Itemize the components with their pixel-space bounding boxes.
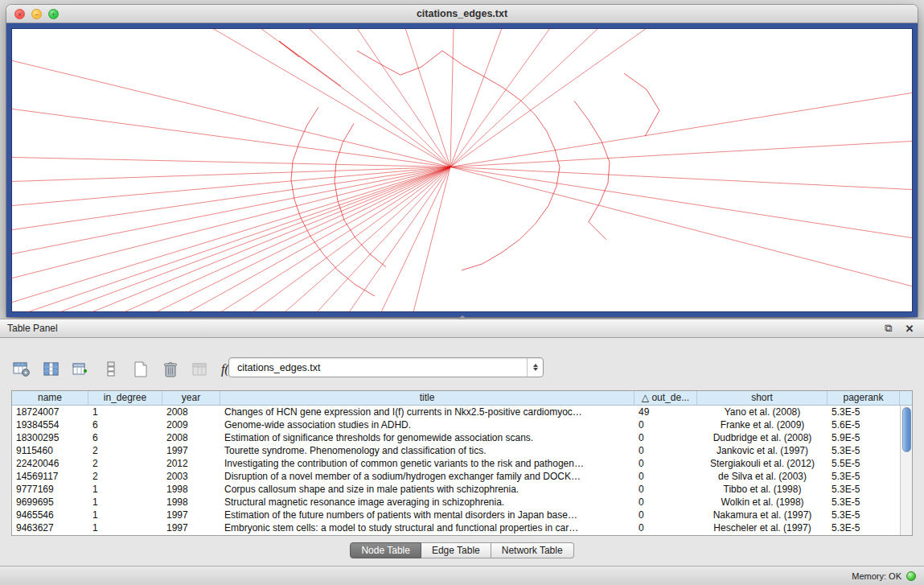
tab-network-table[interactable]: Network Table [491,542,574,558]
table-cell: 0 [634,496,697,509]
column-header[interactable]: title [220,391,634,405]
table-cell: Genome-wide association studies in ADHD. [220,418,634,431]
table-cell: 5.9E-5 [827,431,900,444]
float-panel-icon[interactable]: ⧉ [882,322,895,335]
table-cell: Wolkin et al. (1998) [697,496,827,509]
table-cell: 1997 [162,509,220,521]
panel-resize-handle[interactable] [458,315,467,319]
new-table-icon[interactable] [130,359,151,380]
close-window-icon[interactable]: × [14,9,25,19]
table-cell: Investigating the contribution of common… [220,457,634,470]
table-cell: Corpus callosum shape and size in male p… [220,483,634,496]
window-controls: × − + [14,9,59,19]
table-row[interactable]: 2242004622012Investigating the contribut… [12,457,900,470]
table-row[interactable]: 911546021997Tourette syndrome. Phenomeno… [12,444,900,457]
table-cell: 5.3E-5 [827,406,900,418]
table-cell: Stergiakouli et al. (2012) [697,457,827,470]
table-row[interactable]: 946554611997Estimation of the future num… [12,509,900,521]
table-cell: 18300295 [12,431,88,444]
table-cell: 5.6E-5 [827,418,900,431]
table-cell: 0 [634,521,697,534]
table-cell: 1 [88,521,162,534]
table-cell: Yano et al. (2008) [697,406,827,418]
table-scrollbar[interactable] [900,406,912,535]
table-cell: Embryonic stem cells: a model to study s… [220,521,634,534]
table-cell: 2 [88,470,162,483]
table-body: 1872400712008Changes of HCN gene express… [12,406,900,535]
minimize-window-icon[interactable]: − [31,9,42,19]
table-cell: Structural magnetic resonance image aver… [220,496,634,509]
table-cell: 1997 [162,521,220,534]
table-cell: 1 [88,483,162,496]
table-row[interactable]: 946362711997Embryonic stem cells: a mode… [12,521,900,534]
table-panel-header: Table Panel ⧉ ✕ [0,319,924,338]
window-title: citations_edges.txt [417,8,507,19]
table-cell: 5.3E-5 [827,444,900,457]
column-header[interactable]: △ out_de... [634,391,697,405]
table-row[interactable]: 977716911998Corpus callosum shape and si… [12,483,900,496]
table-cell: 0 [634,444,697,457]
table-row[interactable]: 1830029562008Estimation of significance … [12,431,900,444]
table-cell: 9463627 [12,521,88,534]
table-row[interactable]: 1872400712008Changes of HCN gene express… [12,406,900,418]
table-row[interactable]: 969969511998Structural magnetic resonanc… [12,496,900,509]
table-cell: Dudbridge et al. (2008) [697,431,827,444]
table-cell: 1 [88,496,162,509]
table-cell: Tibbo et al. (1998) [697,483,827,496]
table-cell: 1998 [162,483,220,496]
table-cell: 9465546 [12,509,88,521]
table-cell: 2 [88,444,162,457]
table-cell: Hescheler et al. (1997) [697,521,827,534]
table-cell: 5.3E-5 [827,483,900,496]
select-columns-icon[interactable] [41,359,62,380]
close-panel-icon[interactable]: ✕ [903,322,916,335]
zoom-window-icon[interactable]: + [48,9,59,19]
table-panel-body: f(x) citations_edges.txt namein_degreeye… [0,338,924,566]
network-window: × − + citations_edges.txt [6,5,918,317]
table-row[interactable]: 1938455462009Genome-wide association stu… [12,418,900,431]
table-cell: 9699695 [12,496,88,509]
table-row[interactable]: 1456911722003Disruption of a novel membe… [12,470,900,483]
column-header[interactable]: year [162,391,220,405]
table-cell: 5.3E-5 [827,496,900,509]
rows-icon[interactable] [101,359,121,380]
table-cell: 2008 [162,406,220,418]
table-cell: 0 [634,509,697,521]
table-panel-title: Table Panel [0,323,58,334]
table-cell: 2012 [162,457,220,470]
table-settings-icon[interactable] [11,359,32,380]
column-header[interactable]: short [697,391,827,405]
table-source-dropdown[interactable]: citations_edges.txt [228,357,544,377]
column-header[interactable]: in_degree [88,391,162,405]
table-cell: Changes of HCN gene expression and I(f) … [220,406,634,418]
table-scrollbar-thumb[interactable] [902,407,911,452]
table-cell: 0 [634,418,697,431]
table-cell: 9777169 [12,483,88,496]
table-cell: 0 [634,457,697,470]
delete-table-icon[interactable] [160,359,181,380]
memory-status-label: Memory: OK [852,571,901,581]
table-cell: Nakamura et al. (1997) [697,509,827,521]
import-table-icon[interactable] [71,359,92,380]
table-cell: 1 [88,509,162,521]
status-bar: Memory: OK [0,566,924,585]
network-canvas[interactable] [11,28,913,312]
table-cell: 0 [634,470,697,483]
window-titlebar[interactable]: × − + citations_edges.txt [6,5,918,23]
table-cell: 49 [634,406,697,418]
table-cell: 1997 [162,444,220,457]
table-cell: de Silva et al. (2003) [697,470,827,483]
table-source-value: citations_edges.txt [237,362,321,373]
table-cell: 14569117 [12,470,88,483]
table-cell: 2009 [162,418,220,431]
column-header[interactable]: pagerank [827,391,900,405]
merge-table-icon[interactable] [190,359,211,380]
table-cell: 2 [88,457,162,470]
table-toolbar: f(x) [11,357,240,381]
table-cell: 1 [88,406,162,418]
table-cell: 6 [88,431,162,444]
column-header[interactable]: name [12,391,88,405]
tab-edge-table[interactable]: Edge Table [421,542,491,558]
table-cell: 18724007 [12,406,88,418]
tab-node-table[interactable]: Node Table [350,542,421,558]
